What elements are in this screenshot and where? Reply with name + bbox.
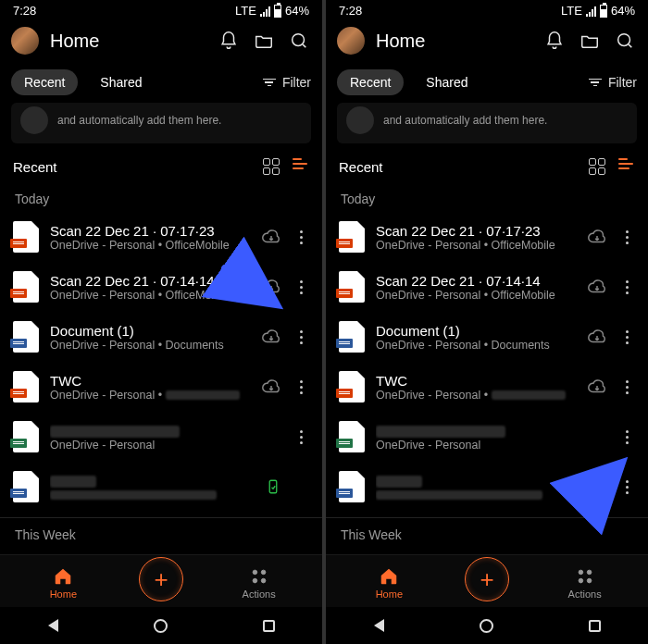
more-icon[interactable] [618, 330, 635, 344]
hint-text: and automatically add them here. [57, 114, 221, 127]
list-item[interactable]: TWCOneDrive - Personal • [326, 362, 648, 412]
nav-home[interactable]: Home [12, 566, 114, 600]
list-item[interactable]: OneDrive - Personal [326, 412, 648, 462]
bell-icon[interactable] [217, 29, 241, 53]
recents-button[interactable] [263, 620, 275, 632]
tab-shared[interactable]: Shared [87, 69, 155, 95]
cloud-download-icon[interactable] [261, 377, 281, 397]
file-sub: OneDrive - Personal • [376, 389, 576, 402]
list-item[interactable]: Document (1)OneDrive - Personal • Docume… [326, 312, 648, 362]
filter-button[interactable]: Filter [588, 75, 637, 90]
more-icon[interactable] [618, 430, 635, 444]
list-item[interactable]: Document (1)OneDrive - Personal • Docume… [0, 312, 322, 362]
more-icon[interactable] [618, 480, 635, 494]
file-sub: OneDrive - Personal • Documents [50, 339, 250, 352]
cloud-download-icon[interactable] [261, 277, 281, 297]
local-device-icon[interactable] [265, 478, 281, 495]
section-bar: Recent [0, 153, 322, 180]
back-button[interactable] [374, 619, 384, 632]
bottom-nav: Home + Actions [0, 554, 322, 607]
file-sub: OneDrive - Personal [376, 439, 576, 452]
system-nav [0, 607, 322, 644]
tab-row: Recent Shared Filter [326, 62, 648, 103]
list-item[interactable] [326, 462, 648, 512]
cloud-download-icon[interactable] [587, 377, 607, 397]
file-name: TWC [376, 373, 576, 389]
folder-icon[interactable] [252, 29, 276, 53]
fab-add[interactable]: + [139, 557, 183, 601]
nav-actions[interactable]: Actions [534, 566, 636, 600]
cloud-download-icon[interactable] [261, 227, 281, 247]
status-bar: 7:28 LTE 64% [326, 0, 648, 19]
list-item[interactable] [0, 462, 322, 512]
search-icon[interactable] [287, 29, 311, 53]
svg-point-9 [587, 570, 592, 575]
grid-view-icon[interactable] [263, 158, 280, 175]
more-icon[interactable] [293, 430, 309, 444]
file-name [376, 473, 579, 489]
more-icon[interactable] [618, 230, 635, 244]
list-view-icon[interactable] [618, 158, 635, 175]
list-item[interactable]: Scan 22 Dec 21 · 07·17·23OneDrive - Pers… [326, 212, 648, 262]
more-icon[interactable] [618, 380, 635, 394]
list-item[interactable]: TWCOneDrive - Personal • [0, 362, 322, 412]
nav-home[interactable]: Home [338, 566, 440, 600]
notes-row[interactable]: Notes See all [326, 548, 648, 554]
tab-shared[interactable]: Shared [413, 69, 480, 95]
file-list: Scan 22 Dec 21 · 07·17·23OneDrive - Pers… [0, 212, 322, 554]
more-icon[interactable] [293, 280, 309, 294]
tab-recent[interactable]: Recent [11, 69, 78, 95]
app-header: Home [326, 19, 648, 62]
cloud-download-icon[interactable] [587, 277, 607, 297]
avatar[interactable] [337, 27, 365, 55]
list-item[interactable]: Scan 22 Dec 21 · 07·14·14OneDrive - Pers… [0, 262, 322, 312]
fab-add[interactable]: + [465, 557, 509, 601]
status-network: LTE [235, 4, 256, 18]
excel-icon [339, 421, 365, 452]
nav-actions-label: Actions [243, 588, 276, 600]
section-recent-label: Recent [339, 159, 383, 175]
file-sub [50, 489, 254, 502]
nav-actions[interactable]: Actions [208, 566, 310, 600]
recents-button[interactable] [589, 620, 601, 632]
list-item[interactable]: Scan 22 Dec 21 · 07·17·23OneDrive - Pers… [0, 212, 322, 262]
battery-icon [600, 5, 607, 18]
list-view-icon[interactable] [293, 158, 309, 175]
app-header: Home [0, 19, 322, 62]
today-header: Today [326, 180, 648, 212]
bell-icon[interactable] [542, 29, 567, 53]
home-button[interactable] [480, 619, 493, 633]
filter-icon [262, 79, 277, 87]
pdf-icon [339, 221, 365, 253]
list-item[interactable]: OneDrive - Personal [0, 412, 322, 462]
filter-label: Filter [608, 75, 637, 90]
more-icon[interactable] [293, 330, 309, 344]
hint-text: and automatically add them here. [383, 114, 547, 127]
file-sub: OneDrive - Personal • OfficeMobile [376, 289, 576, 302]
file-name: Scan 22 Dec 21 · 07·17·23 [50, 223, 250, 239]
more-icon[interactable] [293, 230, 309, 244]
search-icon[interactable] [613, 29, 637, 53]
local-device-icon[interactable] [591, 478, 607, 495]
cloud-download-icon[interactable] [261, 327, 281, 347]
home-button[interactable] [154, 619, 168, 633]
more-icon[interactable] [293, 380, 309, 394]
pdf-icon [13, 371, 39, 402]
file-name: Scan 22 Dec 21 · 07·14·14 [376, 273, 576, 289]
cloud-download-icon[interactable] [587, 227, 607, 247]
list-item[interactable]: Scan 22 Dec 21 · 07·14·14OneDrive - Pers… [326, 262, 648, 312]
tab-recent[interactable]: Recent [337, 69, 404, 95]
cloud-download-icon[interactable] [587, 327, 607, 347]
file-name [50, 473, 254, 489]
more-icon[interactable] [618, 280, 635, 294]
back-button[interactable] [48, 619, 58, 632]
signal-icon [260, 6, 270, 17]
filter-label: Filter [282, 75, 311, 90]
notes-row[interactable]: Notes See all [0, 548, 322, 554]
file-name: Scan 22 Dec 21 · 07·14·14 [50, 273, 250, 289]
grid-view-icon[interactable] [589, 158, 605, 175]
filter-button[interactable]: Filter [262, 75, 311, 90]
svg-point-2 [253, 570, 257, 575]
folder-icon[interactable] [578, 29, 602, 53]
avatar[interactable] [11, 27, 39, 55]
